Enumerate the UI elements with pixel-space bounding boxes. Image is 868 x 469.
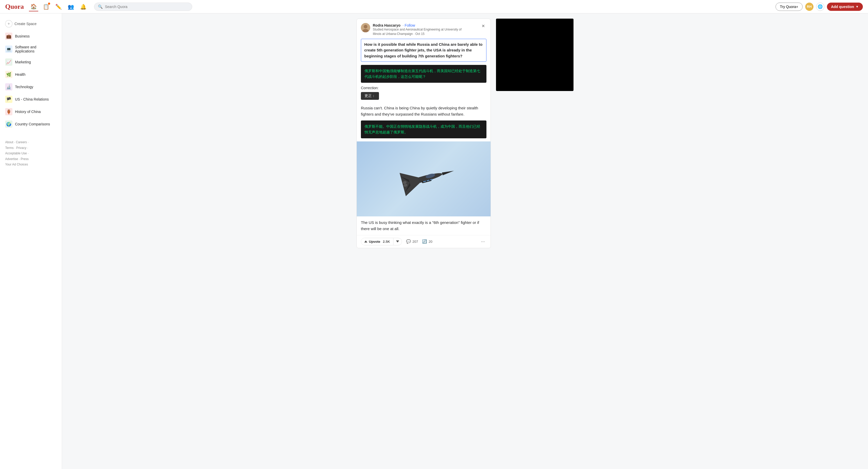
avatar <box>361 23 370 32</box>
author-info: Rodra Hascaryo · Follow Studied Aerospac… <box>361 23 471 36</box>
create-space-button[interactable]: + Create Space <box>0 18 62 30</box>
close-button[interactable]: ✕ <box>480 23 487 29</box>
sidebar-item-technology[interactable]: 🔬 Technology <box>0 81 62 93</box>
upvote-arrow-icon <box>364 240 367 242</box>
author-details: Rodra Hascaryo · Follow Studied Aerospac… <box>373 23 471 36</box>
vote-section: Upvote 2.5K <box>361 238 402 245</box>
sidebar-item-business[interactable]: 💼 Business <box>0 30 62 42</box>
svg-point-1 <box>364 25 367 28</box>
sidebar-item-us-china[interactable]: 🏴 US - China Relations <box>0 93 62 106</box>
sidebar-footer: About · Careers · Terms · Privacy · Acce… <box>0 135 62 173</box>
user-avatar[interactable]: RH <box>805 3 813 11</box>
author-name: Rodra Hascaryo <box>373 23 400 27</box>
plus-icon: + <box>5 20 12 27</box>
search-bar: 🔍 <box>94 3 192 11</box>
history-icon: 🏺 <box>5 108 12 115</box>
press-link[interactable]: Press <box>21 157 29 161</box>
chinese-question-block: 俄罗斯和中国勉强能够制造出第五代战斗机，而美国却已经处于制造第七代战斗机的起步阶… <box>361 65 487 83</box>
edit-nav-icon[interactable]: ✏️ <box>54 2 63 11</box>
feed-nav-icon[interactable]: 📋 <box>41 2 51 11</box>
comment-icon: 💬 <box>406 239 411 244</box>
correction-label: Correction: <box>357 86 491 92</box>
sidebar-item-marketing[interactable]: 📈 Marketing <box>0 56 62 68</box>
chevron-down-icon: ▼ <box>856 5 859 8</box>
search-input[interactable] <box>105 5 188 9</box>
advertisement-block <box>496 19 574 91</box>
health-icon: 🌿 <box>5 71 12 78</box>
privacy-link[interactable]: Privacy <box>16 146 26 150</box>
post-footer: Upvote 2.5K 💬 207 🔄 20 <box>357 235 491 248</box>
software-icon: 💻 <box>5 46 12 53</box>
ad-choices-link[interactable]: Your Ad Choices <box>5 163 28 166</box>
search-icon: 🔍 <box>98 4 103 9</box>
marketing-icon: 📈 <box>5 58 12 66</box>
careers-link[interactable]: Careers <box>16 140 27 144</box>
share-icon: 🔄 <box>422 239 427 244</box>
sidebar-item-history[interactable]: 🏺 History of China <box>0 106 62 118</box>
sidebar-item-country[interactable]: 🌍 Country Comparisons <box>0 118 62 130</box>
sidebar-item-software[interactable]: 💻 Software and Applications <box>0 42 62 56</box>
chinese-answer-block: 俄罗斯不能。中国正在悄悄地发展隐形战斗机，成为中国，而且他们已经悄无声息地超越了… <box>361 120 487 138</box>
upvote-button[interactable]: Upvote 2.5K <box>361 238 394 245</box>
answer-text-1: Russia can't. China is being China by qu… <box>357 103 491 120</box>
sidebar-item-health[interactable]: 🌿 Health <box>0 68 62 81</box>
acceptable-use-link[interactable]: Acceptable Use <box>5 151 27 155</box>
downvote-button[interactable] <box>394 239 402 244</box>
about-link[interactable]: About <box>5 140 13 144</box>
technology-icon: 🔬 <box>5 83 12 90</box>
post-card: Rodra Hascaryo · Follow Studied Aerospac… <box>356 19 491 248</box>
home-nav-icon[interactable]: 🏠 <box>29 2 38 11</box>
layout: + Create Space 💼 Business 💻 Software and… <box>0 13 868 469</box>
language-button[interactable]: 🌐 <box>816 3 824 11</box>
author-name-row: Rodra Hascaryo · Follow <box>373 23 471 27</box>
header: Quora 🏠 📋 ✏️ 👥 🔔 🔍 Try Quora+ RH 🌐 Add q… <box>0 0 868 13</box>
add-question-button[interactable]: Add question ▼ <box>827 3 863 11</box>
business-icon: 💼 <box>5 33 12 40</box>
comment-button[interactable]: 💬 207 <box>406 239 418 244</box>
logo[interactable]: Quora <box>5 3 24 10</box>
svg-marker-4 <box>442 169 455 175</box>
main-content: Rodra Hascaryo · Follow Studied Aerospac… <box>62 13 868 469</box>
country-icon: 🌍 <box>5 120 12 128</box>
try-plus-button[interactable]: Try Quora+ <box>776 3 803 11</box>
sidebar: + Create Space 💼 Business 💻 Software and… <box>0 13 62 469</box>
correction-button[interactable]: 更正： <box>361 92 379 100</box>
share-button[interactable]: 🔄 20 <box>422 239 432 244</box>
header-right: Try Quora+ RH 🌐 Add question ▼ <box>776 3 863 11</box>
follow-link[interactable]: · Follow <box>403 23 415 27</box>
fighter-jet-image <box>357 141 491 216</box>
right-column <box>496 19 574 464</box>
downvote-arrow-icon <box>396 240 399 242</box>
notifications-nav-icon[interactable]: 🔔 <box>79 2 88 11</box>
spaces-nav-icon[interactable]: 👥 <box>66 2 75 11</box>
us-china-icon: 🏴 <box>5 96 12 103</box>
post-header: Rodra Hascaryo · Follow Studied Aerospac… <box>357 19 491 39</box>
advertise-link[interactable]: Advertise <box>5 157 18 161</box>
feed-column: Rodra Hascaryo · Follow Studied Aerospac… <box>356 19 491 464</box>
more-options-button[interactable]: ··· <box>479 238 487 245</box>
post-question: How is it possible that while Russia and… <box>361 39 487 62</box>
author-bio: Studied Aerospace and Aeronautical Engin… <box>373 27 471 36</box>
terms-link[interactable]: Terms <box>5 146 14 150</box>
answer-text-2: The US is busy thinking what exactly is … <box>357 216 491 235</box>
